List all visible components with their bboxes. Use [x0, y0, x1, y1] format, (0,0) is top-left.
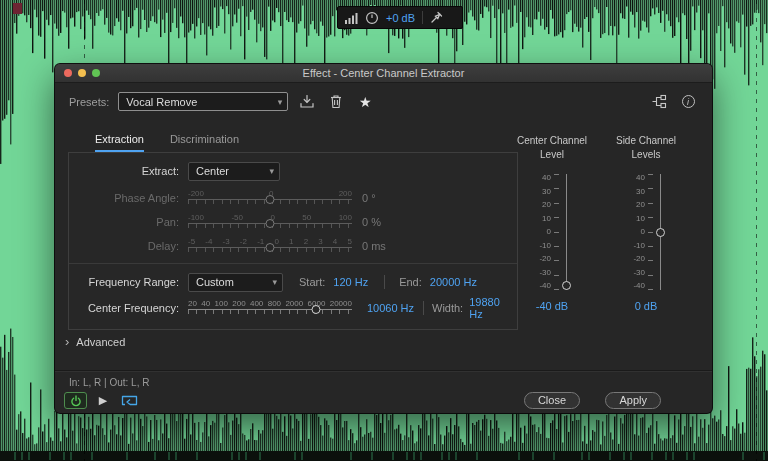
presets-dropdown[interactable]: Vocal Remove ▾ — [118, 92, 288, 111]
tick-label: -10 — [625, 242, 645, 250]
tick-label: -5 — [188, 237, 195, 247]
delay-value[interactable]: 0 ms — [362, 240, 386, 252]
tick-label: -2 — [240, 237, 247, 247]
side-meter-scale: 403020100-10-20-30-40 — [625, 174, 645, 290]
tick-label: -30 — [531, 269, 551, 277]
advanced-section-toggle[interactable]: › Advanced — [65, 335, 125, 348]
tick-label: 30 — [531, 188, 551, 196]
tab-extraction[interactable]: Extraction — [95, 133, 144, 152]
routing-button[interactable] — [649, 92, 669, 112]
close-button[interactable]: Close — [524, 392, 580, 409]
tick-label: -3 — [223, 237, 230, 247]
tick-label: -4 — [205, 237, 212, 247]
width-label: Width: — [432, 302, 463, 314]
favorite-button[interactable]: ★ — [355, 92, 375, 112]
trash-icon — [329, 94, 343, 109]
tick-label: 0 — [274, 237, 278, 247]
center-meter-track[interactable] — [561, 174, 573, 290]
delay-slider-handle[interactable] — [266, 243, 275, 252]
center-meter-handle[interactable] — [562, 281, 571, 290]
start-value[interactable]: 120 Hz — [333, 276, 368, 288]
tab-discrimination[interactable]: Discrimination — [170, 133, 239, 152]
gauge-icon — [365, 11, 379, 25]
waveform-marker — [13, 3, 22, 14]
frequency-range-value: Custom — [196, 276, 234, 288]
frequency-range-dropdown[interactable]: Custom ▾ — [188, 273, 283, 292]
macos-close-button[interactable] — [64, 69, 72, 77]
chevron-down-icon: ▾ — [272, 277, 277, 287]
extract-value: Center — [196, 165, 229, 177]
center-channel-meter-title: Center Channel Level — [507, 134, 597, 162]
tick-label: -50 — [231, 213, 243, 223]
effect-dialog: Effect - Center Channel Extractor Preset… — [55, 64, 712, 413]
side-channel-meter-title: Side Channel Levels — [601, 134, 691, 162]
center-frequency-slider[interactable]: 20401002004008002000600020000 — [188, 299, 352, 318]
loop-icon — [121, 394, 138, 407]
power-button[interactable] — [64, 392, 87, 409]
pan-value[interactable]: 0 % — [362, 216, 381, 228]
tick-label: -40 — [531, 282, 551, 290]
pan-slider[interactable]: -100-50050100 — [188, 213, 352, 232]
play-button[interactable]: ▶ — [95, 392, 111, 409]
play-icon: ▶ — [99, 394, 107, 406]
tick-label: 400 — [250, 299, 263, 309]
tick-label: 40 — [531, 174, 551, 182]
center-meter-scale: 403020100-10-20-30-40 — [531, 174, 551, 290]
extraction-panel: Extract: Center ▾ Phase Angle: -2000200 … — [68, 152, 518, 330]
center-channel-meter: Center Channel Level 403020100-10-20-30-… — [507, 134, 597, 312]
extract-dropdown[interactable]: Center ▾ — [188, 162, 280, 181]
pan-slider-handle[interactable] — [266, 219, 275, 228]
value-divider — [423, 301, 424, 315]
tick-label: -30 — [625, 269, 645, 277]
tick-label: 200 — [232, 299, 245, 309]
center-frequency-slider-handle[interactable] — [311, 305, 320, 314]
frequency-range-label: Frequency Range: — [69, 276, 188, 288]
tab-bar: Extraction Discrimination — [95, 133, 239, 152]
chevron-down-icon: ▾ — [269, 166, 274, 176]
center-frequency-value[interactable]: 10060 Hz — [358, 302, 414, 314]
center-channel-value[interactable]: -40 dB — [507, 300, 597, 312]
delay-slider[interactable]: -5-4-3-2-1012345 — [188, 237, 352, 256]
end-value[interactable]: 20000 Hz — [430, 276, 477, 288]
dialog-titlebar[interactable]: Effect - Center Channel Extractor — [55, 64, 712, 83]
macos-minimize-button[interactable] — [78, 69, 86, 77]
tick-label: 50 — [302, 213, 311, 223]
center-frequency-row: Center Frequency: 2040100200400800200060… — [69, 295, 513, 321]
info-icon: i — [682, 95, 695, 108]
side-meter-ticks — [648, 174, 653, 290]
side-channel-value[interactable]: 0 dB — [601, 300, 691, 312]
pan-row: Pan: -100-50050100 0 % — [69, 211, 513, 233]
tick-label: 800 — [268, 299, 281, 309]
pin-button[interactable] — [430, 11, 443, 24]
tick-label: -20 — [531, 255, 551, 263]
level-meter-icon — [345, 12, 358, 24]
delay-row: Delay: -5-4-3-2-1012345 0 ms — [69, 235, 513, 257]
side-meter-track[interactable] — [655, 174, 667, 290]
apply-button[interactable]: Apply — [605, 392, 661, 409]
transport-controls: ▶ — [64, 392, 139, 409]
dialog-title: Effect - Center Channel Extractor — [55, 64, 712, 82]
loop-playback-button[interactable] — [119, 392, 139, 409]
db-readout: +0 dB — [386, 12, 415, 24]
save-preset-button[interactable] — [297, 92, 317, 112]
tick-label: 10 — [531, 215, 551, 223]
star-icon: ★ — [359, 95, 372, 109]
extract-row: Extract: Center ▾ — [69, 161, 513, 181]
tick-label: -200 — [188, 189, 204, 199]
center-meter-ticks — [554, 174, 559, 290]
value-divider — [384, 275, 385, 289]
tick-label: 5 — [347, 237, 351, 247]
tick-label: 1 — [289, 237, 293, 247]
macos-zoom-button[interactable] — [92, 69, 100, 77]
chevron-down-icon: ▾ — [278, 97, 283, 107]
delete-preset-button[interactable] — [326, 92, 346, 112]
tick-label: 3 — [318, 237, 322, 247]
tick-label: -1 — [257, 237, 264, 247]
side-meter-handle[interactable] — [656, 228, 665, 237]
info-button[interactable]: i — [678, 92, 698, 112]
tick-label: 100 — [339, 213, 352, 223]
phase-angle-slider[interactable]: -2000200 — [188, 189, 352, 208]
phase-angle-value[interactable]: 0 ° — [362, 192, 376, 204]
phase-angle-slider-handle[interactable] — [266, 195, 275, 204]
frequency-range-row: Frequency Range: Custom ▾ Start: 120 Hz … — [69, 271, 513, 293]
